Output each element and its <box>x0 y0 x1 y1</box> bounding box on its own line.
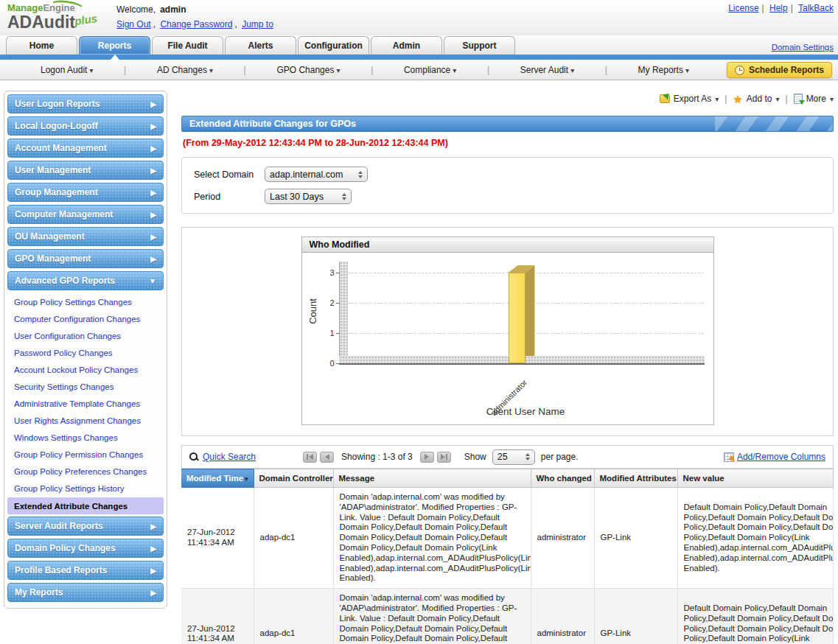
sidebar-section-label: Advanced GPO Reports <box>15 276 115 286</box>
sidebar-item-windows-settings-changes[interactable]: Windows Settings Changes <box>7 429 164 446</box>
sidebar-section-my-reports[interactable]: My Reports▶ <box>7 583 164 602</box>
subnav-gpo-changes[interactable]: GPO Changes▾ <box>276 65 340 75</box>
filter-panel: Select Domain adap.internal.com Period L… <box>181 157 834 214</box>
tab-file-audit[interactable]: File Audit <box>152 36 223 55</box>
next-page-button[interactable] <box>420 452 434 463</box>
logo-product: ADAudit <box>7 13 75 32</box>
column-header-modified-attributes[interactable]: Modified Attributes <box>594 469 677 488</box>
sidebar-section-group-management[interactable]: Group Management▶ <box>7 183 164 202</box>
sidebar-item-group-policy-permission-changes[interactable]: Group Policy Permission Changes <box>7 446 164 463</box>
sidebar-item-password-policy-changes[interactable]: Password Policy Changes <box>7 344 164 361</box>
utility-links: License| Help| TalkBack <box>728 3 834 13</box>
column-header-message[interactable]: Message <box>333 469 531 488</box>
add-to-button[interactable]: ★ Add to▾ <box>733 94 779 105</box>
sidebar-item-group-policy-settings-changes[interactable]: Group Policy Settings Changes <box>7 293 164 310</box>
jump-to-link[interactable]: Jump to <box>242 19 273 29</box>
chevron-right-icon: ▶ <box>150 211 156 219</box>
chevron-right-icon: ▶ <box>150 100 156 108</box>
sidebar-item-security-settings-changes[interactable]: Security Settings Changes <box>7 378 164 395</box>
sidebar-section-gpo-management[interactable]: GPO Management▶ <box>7 249 164 268</box>
sidebar-section-profile-based-reports[interactable]: Profile Based Reports▶ <box>7 561 164 580</box>
domain-settings-link[interactable]: Domain Settings <box>772 43 834 52</box>
table-cell: administrator <box>531 589 594 644</box>
sidebar-section-ou-management[interactable]: OU Management▶ <box>7 227 164 246</box>
table-cell: 27-Jun-2012 11:41:34 AM <box>181 589 254 644</box>
subnav-separator: | <box>605 65 607 75</box>
table-cell: adap-dc1 <box>254 589 333 644</box>
tab-configuration[interactable]: Configuration <box>298 36 369 55</box>
subnav-server-audit[interactable]: Server Audit▾ <box>520 65 574 75</box>
export-as-button[interactable]: Export As▾ <box>660 94 719 104</box>
last-page-button[interactable] <box>437 452 451 463</box>
chevron-right-icon: ▶ <box>150 122 156 130</box>
sidebar-section-advanced-gpo-reports[interactable]: Advanced GPO Reports▼ <box>7 271 164 290</box>
sidebar-item-group-policy-preferences-changes[interactable]: Group Policy Preferences Changes <box>7 463 164 480</box>
sidebar-section-user-management[interactable]: User Management▶ <box>7 161 164 180</box>
chevron-right-icon: ▶ <box>150 522 156 531</box>
sidebar-section-label: User Management <box>15 165 91 175</box>
quick-search-button[interactable]: Quick Search <box>189 452 256 462</box>
column-header-who-changed[interactable]: Who changed <box>531 469 594 488</box>
app-logo: ManageEngine ADAuditplus <box>7 3 98 31</box>
page-size-select[interactable]: 25 <box>492 449 535 465</box>
sidebar-item-user-rights-assignment-changes[interactable]: User Rights Assignment Changes <box>7 412 164 429</box>
star-icon: ★ <box>733 94 742 105</box>
column-header-new-value[interactable]: New value <box>677 469 834 488</box>
chart-title: Who Modified <box>302 237 713 253</box>
subnav-compliance[interactable]: Compliance▾ <box>404 65 456 75</box>
sidebar-section-account-management[interactable]: Account Management▶ <box>7 139 164 158</box>
chevron-right-icon: ▶ <box>150 144 156 153</box>
pager: Showing : 1-3 of 3 <box>303 452 451 463</box>
subnav-my-reports[interactable]: My Reports▾ <box>638 65 689 75</box>
more-button[interactable]: More▾ <box>794 94 834 104</box>
chevron-right-icon: ▶ <box>150 255 156 263</box>
chart-panel: Who Modified 0123CountClient User Namead… <box>181 227 834 436</box>
tab-admin[interactable]: Admin <box>371 36 442 55</box>
sidebar-item-administrative-template-changes[interactable]: Administrative Template Changes <box>7 395 164 412</box>
license-link[interactable]: License <box>728 3 758 13</box>
table-controls-bar: Quick Search Showing : 1-3 of 3 Show 25 … <box>181 445 834 469</box>
table-cell: GP-Link <box>594 488 677 589</box>
sidebar-section-user-logon-reports[interactable]: User Logon Reports▶ <box>7 94 164 113</box>
sidebar-item-account-lockout-policy-changes[interactable]: Account Lockout Policy Changes <box>7 361 164 378</box>
sidebar: User Logon Reports▶Local Logon-Logoff▶Ac… <box>4 91 167 609</box>
chevron-right-icon: ▶ <box>150 189 156 197</box>
schedule-reports-button[interactable]: Schedule Reports <box>727 62 832 78</box>
talkback-link[interactable]: TalkBack <box>798 3 834 13</box>
sidebar-item-user-configuration-changes[interactable]: User Configuration Changes <box>7 327 164 344</box>
tab-reports[interactable]: Reports <box>79 36 150 55</box>
add-remove-columns-button[interactable]: Add/Remove Columns <box>724 452 825 462</box>
sidebar-section-computer-management[interactable]: Computer Management▶ <box>7 205 164 224</box>
tab-alerts[interactable]: Alerts <box>225 36 296 55</box>
caret-down-icon: ▾ <box>453 66 456 74</box>
main-tab-bar: HomeReportsFile AuditAlertsConfiguration… <box>0 35 838 55</box>
sidebar-section-label: Account Management <box>15 143 107 153</box>
change-password-link[interactable]: Change Password <box>160 19 232 29</box>
sidebar-item-extended-attribute-changes[interactable]: Extended Attribute Changes <box>7 497 164 514</box>
table-cell: Default Domain Policy,Default Domain Pol… <box>677 589 834 644</box>
help-link[interactable]: Help <box>769 3 788 13</box>
export-icon <box>660 94 670 103</box>
column-header-modified-time[interactable]: Modified Time▾ <box>181 469 254 488</box>
subnav-logon-audit[interactable]: Logon Audit▾ <box>41 65 93 75</box>
sidebar-section-server-audit-reports[interactable]: Server Audit Reports▶ <box>7 517 164 536</box>
tab-home[interactable]: Home <box>6 36 77 55</box>
prev-page-button[interactable] <box>320 452 334 463</box>
first-page-button[interactable] <box>303 452 317 463</box>
domain-select[interactable]: adap.internal.com <box>265 167 368 182</box>
sidebar-section-domain-policy-changes[interactable]: Domain Policy Changes▶ <box>7 539 164 558</box>
chart-wall-3d <box>339 262 348 364</box>
sort-descending-icon: ▾ <box>245 475 248 483</box>
toolbar-separator: | <box>786 94 788 104</box>
tab-support[interactable]: Support <box>444 36 515 55</box>
column-header-domain-controller[interactable]: Domain Controller <box>254 469 333 488</box>
sidebar-section-label: Server Audit Reports <box>15 521 103 531</box>
period-select[interactable]: Last 30 Days <box>265 189 352 204</box>
main-panel: Export As▾ | ★ Add to▾ | More▾ Extended … <box>181 91 834 644</box>
sidebar-item-group-policy-settings-history[interactable]: Group Policy Settings History <box>7 480 164 497</box>
sidebar-item-computer-configuration-changes[interactable]: Computer Configuration Changes <box>7 310 164 327</box>
sidebar-section-label: User Logon Reports <box>15 99 99 109</box>
subnav-ad-changes[interactable]: AD Changes▾ <box>157 65 213 75</box>
sign-out-link[interactable]: Sign Out <box>116 19 151 29</box>
sidebar-section-local-logon-logoff[interactable]: Local Logon-Logoff▶ <box>7 116 164 136</box>
